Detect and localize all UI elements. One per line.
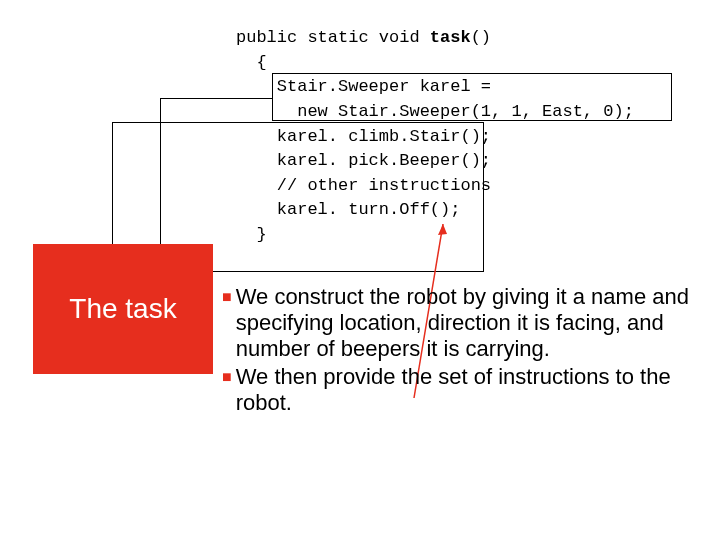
bullet-item: ■ We construct the robot by giving it a … [222,284,710,362]
code-l2: { [236,53,267,72]
code-l1b: task [430,28,471,47]
square-bullet-icon: ■ [222,284,232,310]
bullet-list: ■ We construct the robot by giving it a … [222,284,710,418]
code-l1c: () [471,28,491,47]
connector-line [160,98,272,99]
bullet-text: We then provide the set of instructions … [236,364,710,416]
square-bullet-icon: ■ [222,364,232,390]
slide-title-box: The task [33,244,213,374]
code-l1a: public static void [236,28,430,47]
bullet-text: We construct the robot by giving it a na… [236,284,710,362]
slide-title: The task [69,293,176,325]
connector-line [160,98,161,245]
bullet-item: ■ We then provide the set of instruction… [222,364,710,416]
code-highlight-box-1 [272,73,672,121]
